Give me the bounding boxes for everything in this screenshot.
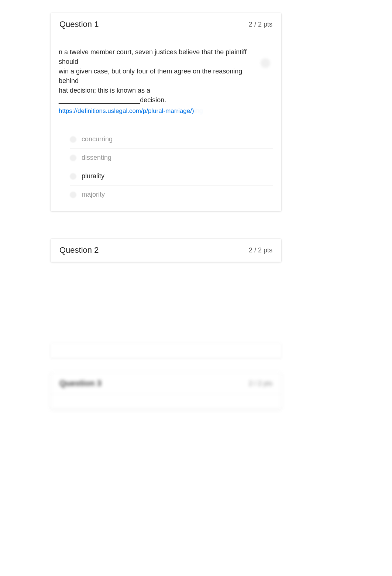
question-number: Question 1 [59,20,99,29]
answer-label: concurring [82,135,113,143]
question-text: n a twelve member court, seven justices … [59,47,273,115]
question-text-line: n a twelve member court, seven justices … [59,48,247,65]
radio-icon [70,173,76,180]
answer-option[interactable]: dissenting [70,148,273,167]
question-text-line: hat decision; this is known as a _______… [59,87,166,104]
answer-option[interactable]: majority [70,185,273,204]
question-card-2: Question 2 2 / 2 pts [51,239,281,262]
question-card-3: Question 3 2 / 2 pts [51,373,281,409]
answer-label: dissenting [82,154,111,162]
faded-text: ing [194,107,203,114]
question-text-line: win a given case, but only four of them … [59,68,242,84]
question-card-1: Question 1 2 / 2 pts n a twelve member c… [51,13,281,211]
answer-list: concurring dissenting plurality majority [70,130,273,204]
answer-label: plurality [82,172,104,180]
question-points: 2 / 2 pts [249,21,272,28]
question-body [51,394,281,409]
question-points: 2 / 2 pts [249,380,272,387]
question-header: Question 3 2 / 2 pts [51,373,281,394]
radio-icon [70,192,76,198]
question-header: Question 2 2 / 2 pts [51,239,281,262]
question-number: Question 2 [59,245,99,255]
reference-link[interactable]: https://definitions.uslegal.com/p/plural… [59,107,194,116]
answer-label: majority [82,191,105,199]
question-header: Question 1 2 / 2 pts [51,13,281,36]
blurred-card [51,343,281,358]
question-number: Question 3 [59,379,102,388]
radio-icon [70,155,76,161]
hint-icon [261,58,270,68]
radio-icon [70,136,76,143]
answer-option[interactable]: plurality [70,167,273,185]
question-body: n a twelve member court, seven justices … [51,36,281,211]
question-points: 2 / 2 pts [249,246,272,254]
answer-option[interactable]: concurring [70,130,273,148]
